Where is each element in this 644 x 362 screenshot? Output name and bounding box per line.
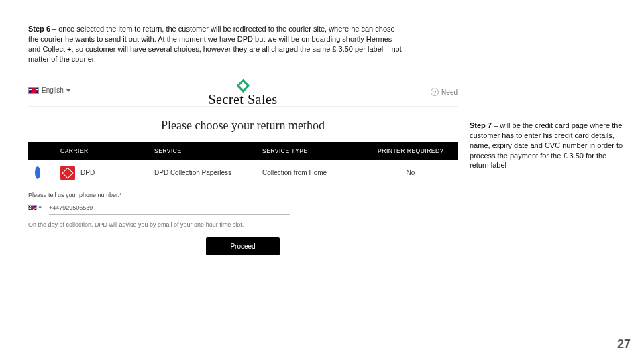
uk-flag-icon xyxy=(28,205,37,210)
language-selector[interactable]: English xyxy=(28,86,70,94)
step6-paragraph: Step 6 – once selected the item to retur… xyxy=(28,24,404,64)
return-method-heading: Please choose your return method xyxy=(28,107,458,142)
carrier-name: DPD xyxy=(80,169,95,176)
brand-logo: Secret Sales xyxy=(208,81,277,107)
step6-label: Step 6 xyxy=(28,25,50,33)
courier-screenshot: English Secret Sales ? Need Please choos… xyxy=(28,77,458,298)
col-carrier: CARRIER xyxy=(60,147,154,154)
step6-text: – once selected the item to return, the … xyxy=(28,25,402,63)
page-number: 27 xyxy=(617,337,631,351)
phone-field-label: Please tell us your phone number.* xyxy=(28,186,458,201)
carrier-row-dpd[interactable]: DPD DPD Collection Paperless Collection … xyxy=(28,160,458,186)
phone-country-selector[interactable] xyxy=(28,205,42,210)
chevron-down-icon xyxy=(38,206,42,208)
phone-input[interactable]: +447929506539 xyxy=(49,201,290,215)
screenshot-header: English Secret Sales ? Need xyxy=(28,77,458,107)
col-service-type: SERVICE TYPE xyxy=(262,147,370,154)
help-icon: ? xyxy=(431,88,439,96)
proceed-button[interactable]: Proceed xyxy=(206,237,279,255)
col-service: SERVICE xyxy=(154,147,262,154)
collection-info-text: On the day of collection, DPD will advis… xyxy=(28,215,458,228)
step7-paragraph: Step 7 – will be the credit card page wh… xyxy=(470,121,624,170)
help-label: Need xyxy=(441,88,458,96)
printer-value: No xyxy=(370,169,451,176)
brand-name: Secret Sales xyxy=(208,92,277,107)
phone-input-value: +447929506539 xyxy=(49,204,93,211)
language-label: English xyxy=(42,86,64,94)
dpd-logo-icon xyxy=(60,166,75,180)
uk-flag-icon xyxy=(28,87,39,94)
step7-label: Step 7 xyxy=(470,121,492,129)
col-printer: PRINTER REQUIRED? xyxy=(370,147,451,154)
service-type-value: Collection from Home xyxy=(262,169,370,176)
brand-diamond-icon xyxy=(236,79,250,93)
phone-field-row: +447929506539 xyxy=(28,201,458,215)
radio-selected-icon[interactable] xyxy=(35,166,40,179)
chevron-down-icon xyxy=(66,89,70,92)
service-value: DPD Collection Paperless xyxy=(154,169,262,176)
carrier-table-header: CARRIER SERVICE SERVICE TYPE PRINTER REQ… xyxy=(28,142,458,160)
help-link[interactable]: ? Need xyxy=(431,88,458,96)
step7-text: – will be the credit card page where the… xyxy=(470,121,623,169)
